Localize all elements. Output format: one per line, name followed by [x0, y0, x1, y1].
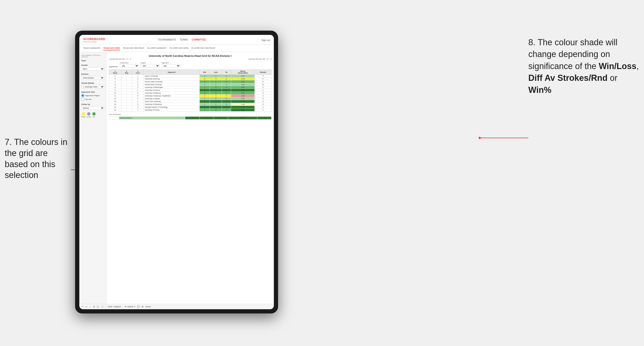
- watch-btn[interactable]: 👁 Watch ▾: [125, 306, 135, 308]
- logo-area: SCOREBOARD Powered by clippd: [83, 37, 105, 43]
- clock-btn[interactable]: 🕐: [101, 306, 104, 308]
- sign-out-link[interactable]: Sign out: [261, 39, 270, 41]
- sub-nav-team-h2h-grid[interactable]: TEAM H2H GRID: [103, 46, 120, 50]
- table-row: 9 - 1 University of Arizona 1 0 0 9.00 2: [109, 89, 272, 92]
- sub-nav-player-h2h-heatmap[interactable]: PLAYER H2H HEATMAP: [192, 46, 215, 50]
- cell-reg: -: [121, 92, 132, 95]
- grid-records: Overall Record: 89 - 17 - 0 Division Rec…: [109, 58, 272, 60]
- cell-win: 1: [200, 89, 210, 92]
- cell-opponent: Auburn University: [144, 75, 200, 78]
- legend-down-label: Down: [81, 116, 86, 118]
- cell-rank: 11: [109, 95, 122, 97]
- division-section: Division NCAA Division I: [81, 73, 104, 80]
- collab-btn[interactable]: ⊞: [142, 306, 144, 308]
- cell-opponent: University of Washington: [144, 86, 200, 89]
- cell-conf: 2: [132, 83, 144, 86]
- back-btn[interactable]: ←: [89, 306, 91, 308]
- legend-up: Up: [92, 112, 96, 118]
- cell-reg: -: [121, 103, 132, 106]
- sub-nav-team-summary[interactable]: TEAM SUMMARY: [83, 46, 100, 50]
- cell-diff: 5.56: [231, 100, 255, 103]
- out-of-div-tie: 0: [214, 117, 228, 120]
- main-content: Last Updated: 27/03/2024 16:55:38 Team G…: [79, 52, 274, 304]
- cell-opponent: University of Virginia: [144, 97, 200, 100]
- out-of-div-empty: [109, 117, 119, 120]
- cell-opponent: Arizona State University: [144, 80, 200, 83]
- sub-nav: TEAM SUMMARY TEAM H2H GRID TEAM H2H HEAT…: [79, 45, 274, 52]
- view-original-btn[interactable]: View: Original: [108, 306, 121, 308]
- colour-by-section: Colour by Win/loss: [81, 103, 104, 110]
- table-row: 8 - 2 University of Washington 1 0 0 3.6…: [109, 86, 272, 89]
- cell-conf: 5: [132, 92, 144, 95]
- nav-teams[interactable]: TEAMS: [180, 38, 188, 41]
- cell-reg: -: [121, 78, 132, 80]
- cell-conf: 3: [132, 97, 144, 100]
- sub-nav-player-summary[interactable]: PLAYER SUMMARY: [147, 46, 167, 50]
- copy-btn[interactable]: ⧉: [93, 306, 95, 308]
- legend-up-dot: [92, 112, 96, 116]
- division-select[interactable]: NCAA Division I: [81, 76, 104, 80]
- cell-loss: 0: [210, 92, 222, 95]
- table-row: 3 - 2 Vanderbilt University 0 4 0 -2.29 …: [109, 78, 272, 80]
- cell-tie: 0: [222, 109, 231, 112]
- cell-loss: 1: [210, 80, 222, 83]
- out-of-div-name: NCAA Division II: [119, 117, 185, 120]
- paste-btn[interactable]: 📋: [96, 306, 99, 308]
- comment-btn[interactable]: 💬: [137, 306, 140, 308]
- table-row: 4 - 1 Arizona State University 5 1 0 2.2…: [109, 80, 272, 83]
- filter-conference-select[interactable]: (All): [120, 64, 139, 68]
- cell-conf: 7: [132, 109, 144, 112]
- cell-conf: 2: [132, 86, 144, 89]
- cell-opponent: University of Arizona: [144, 89, 200, 92]
- share-btn[interactable]: Share: [146, 306, 151, 308]
- cell-win: 4: [200, 83, 210, 86]
- cell-tie: 0: [222, 100, 231, 103]
- col-diff: Diff AvStrokes/Rnd: [231, 70, 255, 75]
- table-body: 2 - 1 Auburn University 2 1 0 1.67 9 3 -…: [109, 75, 272, 112]
- col-reg: #Reg: [121, 70, 132, 75]
- gender-select[interactable]: Men's: [81, 67, 104, 71]
- school-select[interactable]: 1. University of Nort...: [81, 85, 104, 89]
- radio-opponents-played[interactable]: Opponents Played: [81, 94, 104, 97]
- cell-diff: -2.29: [231, 78, 255, 80]
- undo-btn[interactable]: ↩: [82, 306, 84, 308]
- tablet-screen: SCOREBOARD Powered by clippd TOURNAMENTS…: [79, 35, 274, 309]
- cell-loss: 1: [210, 103, 222, 106]
- table-row: 16 - 7 University of Florida 3 1 0 6.62 …: [109, 109, 272, 112]
- cell-win: 3: [200, 92, 210, 95]
- cell-diff: -4.33: [231, 95, 255, 97]
- cell-win: 5: [200, 80, 210, 83]
- legend-level-dot: [87, 112, 90, 116]
- cell-loss: 1: [210, 75, 222, 78]
- cell-opponent: University of Florida: [144, 109, 200, 112]
- sub-nav-player-h2h-grid[interactable]: PLAYER H2H GRID: [170, 46, 188, 50]
- cell-reg: -: [121, 109, 132, 112]
- nav-committee[interactable]: COMMITTEE: [192, 38, 206, 41]
- table-row: 11 - 6 University of Arkansas, Fayettevi…: [109, 95, 272, 97]
- sub-nav-team-h2h-heatmap[interactable]: TEAM H2H HEATMAP: [123, 46, 144, 50]
- cell-loss: 2: [210, 83, 222, 86]
- cell-diff: 2.28: [231, 80, 255, 83]
- radio-top-100[interactable]: Top 100: [81, 98, 104, 101]
- out-of-div-rounds: 3: [257, 117, 271, 120]
- filter-opponent-group: Opponent (All): [162, 62, 180, 68]
- cell-rounds: 3: [255, 97, 272, 100]
- cell-win: 0: [200, 95, 210, 97]
- filter-opponent-select[interactable]: (All): [162, 64, 180, 68]
- cell-loss: 0: [210, 100, 222, 103]
- cell-rank: 9: [109, 89, 122, 92]
- cell-tie: 0: [222, 75, 231, 78]
- colour-by-select[interactable]: Win/loss: [81, 106, 104, 110]
- cell-reg: -: [121, 75, 132, 78]
- cell-diff: 9.00: [231, 89, 255, 92]
- nav-tournaments[interactable]: TOURNAMENTS: [158, 38, 176, 41]
- redo-btn[interactable]: ↪: [86, 306, 87, 308]
- cell-reg: -: [121, 89, 132, 92]
- out-of-div-loss: 0: [200, 117, 214, 120]
- last-updated: Last Updated: 27/03/2024 16:55:38: [81, 54, 104, 58]
- cell-diff: 2.61: [231, 92, 255, 95]
- filter-region-select[interactable]: (All): [141, 64, 160, 68]
- cell-tie: 0: [222, 97, 231, 100]
- cell-loss: 1: [210, 109, 222, 112]
- cell-tie: 0: [222, 83, 231, 86]
